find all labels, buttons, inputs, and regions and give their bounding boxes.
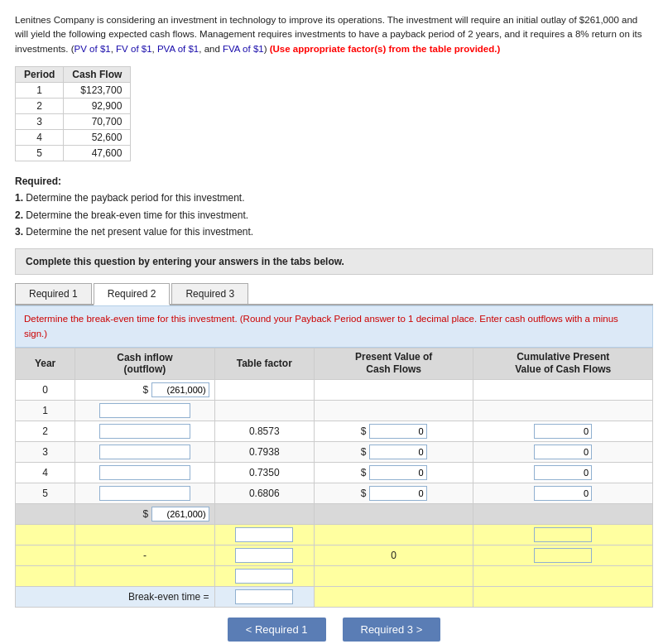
total-label (16, 504, 75, 525)
yellow-3-cumpv (473, 566, 653, 587)
fva-link[interactable]: FVA of $1 (223, 44, 264, 54)
year-1-row: 1 (16, 401, 653, 421)
yellow-1-tf-input[interactable] (235, 527, 293, 542)
year-3-cashinflow (75, 442, 214, 463)
year-5-tablefactor: 0.6806 (214, 483, 314, 504)
year-3-pv-input[interactable] (369, 445, 427, 459)
year-3-pv: $ (314, 442, 473, 463)
yellow-row-2: - 0 (16, 545, 653, 566)
year-header: Year (16, 348, 75, 379)
break-even-cumpv (473, 587, 653, 608)
break-even-label: Break-even time = (16, 587, 215, 608)
table-row: 3 70,700 (16, 113, 131, 129)
pva-link[interactable]: PVA of $1 (157, 44, 199, 54)
total-cashinflow-input[interactable] (151, 507, 209, 521)
period-cell: 5 (16, 145, 64, 161)
yellow-2-tf-input[interactable] (235, 548, 293, 563)
table-row: 2 92,900 (16, 98, 131, 113)
year-1-cumpv (473, 401, 653, 421)
year-4-cumpv (473, 463, 653, 483)
tab-required-2[interactable]: Required 2 (94, 283, 171, 305)
year-4-cashinflow-input[interactable] (99, 465, 190, 480)
cashflow-header: Cash Flow (64, 66, 131, 82)
bold-instruction: (Use appropriate factor(s) from the tabl… (270, 44, 501, 54)
year-4-cell: 4 (16, 463, 75, 483)
yellow-1-cumpv-input[interactable] (534, 527, 592, 542)
year-2-cumpv-input[interactable] (534, 424, 592, 439)
year-2-cumpv (473, 421, 653, 442)
year-1-cashinflow-input[interactable] (99, 403, 190, 418)
yellow-1-cumpv (473, 525, 653, 545)
year-0-tablefactor (214, 380, 314, 401)
year-4-row: 4 0.7350 $ (16, 463, 653, 483)
year-2-pv: $ (314, 421, 473, 442)
fv-link[interactable]: FV of $1 (116, 44, 151, 54)
yellow-3-tf-input[interactable] (235, 569, 293, 584)
next-button[interactable]: Required 3 > (343, 618, 441, 642)
year-3-cumpv-input[interactable] (534, 445, 592, 459)
year-1-tablefactor (214, 401, 314, 421)
table-factor-header: Table factor (214, 348, 314, 379)
required-label: Required: (15, 175, 61, 187)
intro-paragraph: Lenitnes Company is considering an inves… (15, 13, 653, 56)
year-5-cumpv (473, 483, 653, 504)
year-2-pv-input[interactable] (369, 424, 427, 439)
yellow-row-1 (16, 525, 653, 545)
yellow-3-tablefactor (214, 566, 314, 587)
year-3-cashinflow-input[interactable] (99, 445, 190, 459)
yellow-1-tablefactor (214, 525, 314, 545)
prev-button[interactable]: < Required 1 (228, 618, 326, 642)
year-0-cell: 0 (16, 380, 75, 401)
year-4-cashinflow (75, 463, 214, 483)
year-2-tablefactor: 0.8573 (214, 421, 314, 442)
period-cell: 3 (16, 113, 64, 129)
period-cell: 4 (16, 129, 64, 145)
period-cell: 1 (16, 82, 64, 98)
year-3-cumpv (473, 442, 653, 463)
year-1-pv (314, 401, 473, 421)
table-row: 1 $123,700 (16, 82, 131, 98)
year-3-cell: 3 (16, 442, 75, 463)
year-4-cumpv-input[interactable] (534, 465, 592, 480)
year-1-cashinflow (75, 401, 214, 421)
yellow-1-pv (314, 525, 473, 545)
year-2-row: 2 0.8573 $ (16, 421, 653, 442)
required-section: Required: 1. Determine the payback perio… (15, 173, 653, 241)
year-5-cashinflow (75, 483, 214, 504)
period-cell: 2 (16, 98, 64, 113)
total-pv (314, 504, 473, 525)
yellow-1-cashinflow (75, 525, 214, 545)
table-row: 4 52,600 (16, 129, 131, 145)
instruction-box: Determine the break-even time for this i… (15, 305, 653, 348)
tab-required-1[interactable]: Required 1 (15, 283, 92, 304)
year-5-row: 5 0.6806 $ (16, 483, 653, 504)
year-2-cashinflow (75, 421, 214, 442)
break-even-input[interactable] (235, 589, 293, 604)
year-4-pv-input[interactable] (369, 465, 427, 480)
year-0-cumpv (473, 380, 653, 401)
year-2-cell: 2 (16, 421, 75, 442)
year-5-pv-input[interactable] (369, 486, 427, 501)
year-0-cashinflow-input[interactable] (151, 382, 209, 397)
yellow-2-cumpv-input[interactable] (534, 548, 592, 563)
table-row: 5 47,600 (16, 145, 131, 161)
total-cumpv (473, 504, 653, 525)
break-even-row: Break-even time = (16, 587, 653, 608)
year-5-cashinflow-input[interactable] (99, 486, 190, 501)
tabs-row: Required 1 Required 2 Required 3 (15, 283, 653, 305)
yellow-2-cashinflow: - (75, 545, 214, 566)
tab-required-3[interactable]: Required 3 (171, 283, 248, 304)
year-0-pv (314, 380, 473, 401)
year-2-cashinflow-input[interactable] (99, 424, 190, 439)
yellow-2-year (16, 545, 75, 566)
complete-box: Complete this question by entering your … (15, 248, 653, 275)
year-5-cell: 5 (16, 483, 75, 504)
cashflow-cell: 52,600 (64, 129, 131, 145)
nav-buttons: < Required 1 Required 3 > (15, 618, 653, 642)
break-even-input-cell (214, 587, 314, 608)
pv-link[interactable]: PV of $1 (74, 44, 111, 54)
total-row: $ (16, 504, 653, 525)
cashflow-cell: $123,700 (64, 82, 131, 98)
year-5-cumpv-input[interactable] (534, 486, 592, 501)
instruction-text: Determine the break-even time for this i… (24, 314, 240, 324)
